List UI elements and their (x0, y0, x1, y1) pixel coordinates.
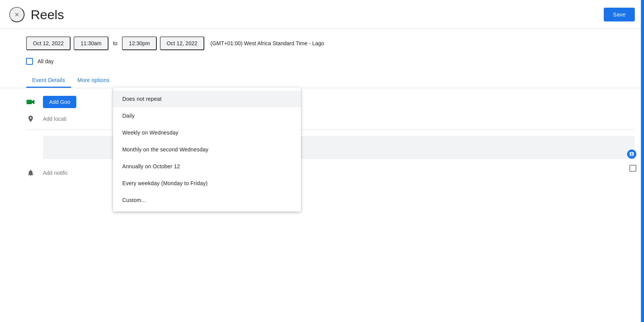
svg-rect-7 (27, 100, 32, 102)
start-time-button[interactable]: 11:30am (74, 36, 108, 50)
bell-icon (26, 168, 35, 177)
end-date-button[interactable]: Oct 12, 2022 (160, 36, 204, 50)
tabs-row: Event Details More options (0, 72, 644, 88)
dropdown-item-daily[interactable]: Daily (113, 107, 301, 124)
notification-input[interactable] (43, 170, 110, 176)
tab-more-options[interactable]: More options (71, 72, 116, 88)
right-small-icon[interactable] (627, 150, 636, 159)
allday-checkbox[interactable] (26, 58, 33, 65)
add-google-meet-button[interactable]: Add Goo (43, 96, 76, 108)
close-button[interactable]: × (9, 7, 25, 22)
right-bar (641, 0, 644, 322)
to-label: to (112, 40, 119, 46)
content-area: Add Goo (0, 88, 644, 185)
dropdown-item-annually[interactable]: Annually on October 12 (113, 158, 301, 175)
allday-row: All day (0, 58, 644, 72)
dropdown-item-does-not-repeat[interactable]: Does not repeat (113, 90, 301, 107)
event-title: Reels (31, 7, 64, 22)
dropdown-item-weekday[interactable]: Every weekday (Monday to Friday) (113, 175, 301, 192)
location-icon (26, 114, 35, 123)
header: × Reels Save (0, 0, 644, 22)
save-button[interactable]: Save (604, 8, 635, 21)
meet-camera-icon (26, 97, 35, 107)
description-icon (26, 139, 35, 148)
right-checkbox[interactable] (629, 165, 636, 172)
location-input[interactable] (43, 116, 110, 122)
start-date-button[interactable]: Oct 12, 2022 (26, 36, 71, 50)
timezone-label[interactable]: (GMT+01:00) West Africa Standard Time - … (207, 40, 327, 46)
datetime-row: Oct 12, 2022 11:30am to 12:30pm Oct 12, … (0, 29, 644, 58)
end-time-button[interactable]: 12:30pm (122, 36, 156, 50)
dropdown-item-custom[interactable]: Custom... (113, 192, 301, 209)
repeat-dropdown: Does not repeat Daily Weekly on Wednesda… (113, 87, 301, 212)
allday-label: All day (38, 58, 54, 64)
dropdown-item-monthly[interactable]: Monthly on the second Wednesday (113, 141, 301, 158)
svg-marker-5 (32, 100, 34, 104)
dropdown-item-weekly[interactable]: Weekly on Wednesday (113, 124, 301, 141)
tab-event-details[interactable]: Event Details (26, 72, 71, 88)
